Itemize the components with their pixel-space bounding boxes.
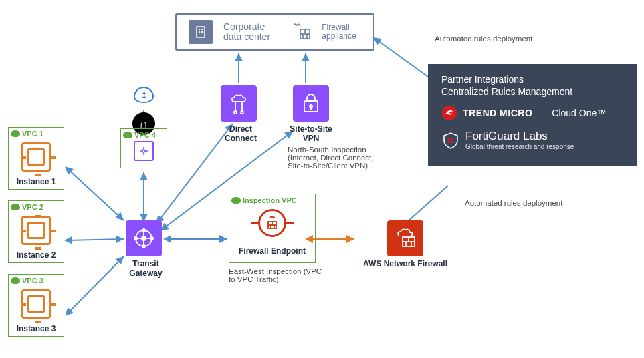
svg-line-1 [67, 239, 124, 240]
vpc-4-title: VPC 4 [134, 131, 156, 139]
vpc-2-box: VPC 2 Instance 2 [8, 200, 64, 263]
vpc-3-title: VPC 3 [22, 277, 43, 285]
transit-gateway-icon [126, 220, 162, 256]
svg-point-37 [241, 111, 243, 114]
svg-point-36 [234, 111, 237, 114]
cloud-icon [11, 130, 20, 137]
svg-point-25 [142, 229, 145, 232]
transit-gateway-node: Transit Gateway [126, 220, 166, 279]
direct-connect-node: Direct Connect [221, 85, 261, 144]
direct-connect-icon [221, 85, 257, 122]
svg-point-51 [442, 106, 457, 120]
instance-1-label: Instance 1 [9, 177, 64, 186]
trend-micro-label: TREND MICRO [463, 108, 532, 118]
site-vpn-icon [293, 85, 329, 122]
instance-3-label: Instance 3 [9, 324, 64, 333]
ec2-instance-icon [21, 142, 51, 172]
cloud-icon [231, 197, 241, 204]
site-vpn-label: Site-to-Site VPN [288, 124, 334, 144]
trend-micro-logo-icon [441, 105, 457, 121]
vpc-3-box: VPC 3 Instance 3 [8, 274, 64, 337]
cloud-one-label: Cloud One™ [552, 108, 606, 118]
partner-integrations-box: Partner IntegrationsCentralized Rules Ma… [428, 64, 637, 166]
svg-rect-14 [199, 29, 200, 30]
svg-rect-13 [197, 27, 205, 37]
firewall-endpoint-label: Firewall Endpoint [229, 246, 315, 256]
ec2-instance-icon [21, 289, 51, 319]
direct-connect-label: Direct Connect [221, 124, 261, 144]
svg-rect-15 [201, 29, 203, 30]
cloud-icon [123, 132, 132, 138]
svg-point-23 [142, 150, 145, 152]
corporate-datacenter-label: Corporate data center [223, 22, 279, 43]
aws-network-firewall-node: AWS Network Firewall [358, 220, 452, 268]
firewall-appliance-icon [290, 21, 311, 43]
building-icon [189, 20, 213, 44]
vpc-4-box: VPC 4 [120, 128, 167, 168]
firewall-endpoint-icon [258, 209, 286, 237]
svg-point-26 [142, 245, 145, 248]
svg-point-27 [134, 237, 137, 240]
fortiguard-label: FortiGuard Labs [465, 130, 574, 143]
svg-rect-16 [199, 31, 200, 33]
svg-line-11 [373, 37, 428, 77]
ec2-instance-icon [21, 216, 51, 245]
firewall-appliance-label: Firewall appliance [322, 23, 361, 41]
north-south-annotation: North-South Inspection (Internet, Direct… [288, 146, 385, 170]
corporate-datacenter-box: Corporate data center Firewall appliance [175, 13, 374, 51]
svg-rect-17 [201, 31, 203, 33]
svg-point-39 [310, 105, 312, 108]
internet-icon: ↥ [134, 87, 154, 103]
east-west-annotation: East-West Inspection (VPC to VPC Traffic… [229, 267, 322, 283]
connections-layer [0, 0, 644, 358]
cloud-icon [11, 204, 20, 210]
instance-2-label: Instance 2 [9, 250, 64, 260]
site-vpn-node: Site-to-Site VPN [288, 85, 334, 144]
inspection-vpc-box: Inspection VPC Firewall Endpoint [229, 194, 316, 263]
vpc-2-title: VPC 2 [22, 203, 43, 211]
partner-title: Partner IntegrationsCentralized Rules Ma… [441, 73, 623, 98]
svg-line-0 [67, 168, 124, 220]
vpc-1-box: VPC 1 Instance 1 [8, 127, 64, 190]
transit-gateway-label: Transit Gateway [126, 259, 166, 279]
svg-line-2 [67, 256, 124, 314]
trend-micro-row: TREND MICRO Cloud One™ [441, 104, 623, 122]
aws-network-firewall-icon [387, 220, 423, 256]
fortiguard-sublabel: Global threat research and response [465, 143, 574, 150]
gateway-icon [134, 141, 154, 161]
vpc-1-title: VPC 1 [22, 130, 43, 138]
auto-deploy-bottom-annotation: Automated rules deployment [465, 199, 562, 207]
inspection-vpc-title: Inspection VPC [243, 196, 297, 204]
aws-network-firewall-label: AWS Network Firewall [358, 259, 452, 268]
auto-deploy-top-annotation: Automated rules deployment [435, 35, 532, 43]
svg-point-28 [150, 237, 153, 240]
fortiguard-shield-icon [441, 131, 460, 150]
svg-point-29 [142, 236, 146, 240]
fortiguard-row: FortiGuard Labs Global threat research a… [441, 130, 623, 150]
cloud-icon [11, 277, 20, 284]
